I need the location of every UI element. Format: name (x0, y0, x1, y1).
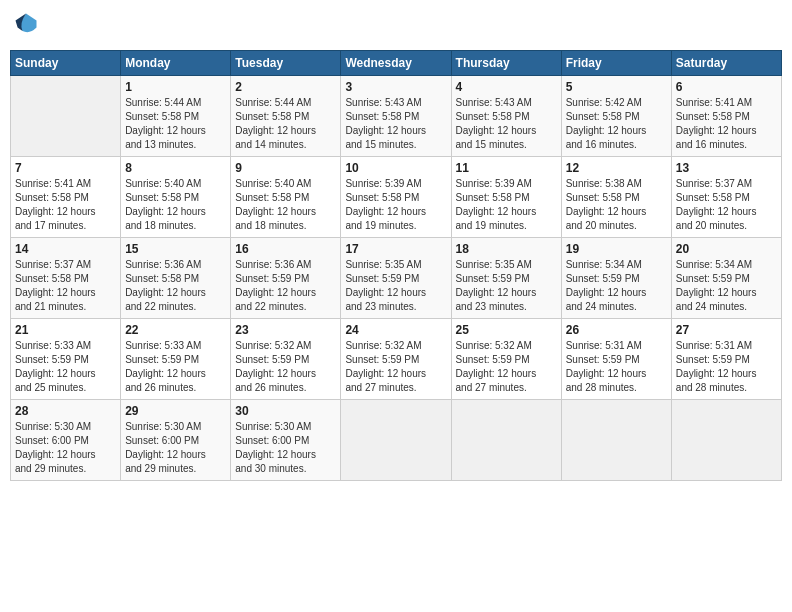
day-number: 14 (15, 242, 116, 256)
calendar-week-row: 28Sunrise: 5:30 AM Sunset: 6:00 PM Dayli… (11, 400, 782, 481)
day-info: Sunrise: 5:30 AM Sunset: 6:00 PM Dayligh… (15, 420, 116, 476)
calendar-cell: 25Sunrise: 5:32 AM Sunset: 5:59 PM Dayli… (451, 319, 561, 400)
calendar-cell: 7Sunrise: 5:41 AM Sunset: 5:58 PM Daylig… (11, 157, 121, 238)
day-info: Sunrise: 5:34 AM Sunset: 5:59 PM Dayligh… (566, 258, 667, 314)
weekday-header: Saturday (671, 51, 781, 76)
calendar-week-row: 21Sunrise: 5:33 AM Sunset: 5:59 PM Dayli… (11, 319, 782, 400)
day-number: 26 (566, 323, 667, 337)
calendar-cell: 5Sunrise: 5:42 AM Sunset: 5:58 PM Daylig… (561, 76, 671, 157)
day-info: Sunrise: 5:35 AM Sunset: 5:59 PM Dayligh… (345, 258, 446, 314)
day-number: 30 (235, 404, 336, 418)
calendar-cell: 18Sunrise: 5:35 AM Sunset: 5:59 PM Dayli… (451, 238, 561, 319)
day-info: Sunrise: 5:31 AM Sunset: 5:59 PM Dayligh… (676, 339, 777, 395)
day-info: Sunrise: 5:39 AM Sunset: 5:58 PM Dayligh… (456, 177, 557, 233)
day-info: Sunrise: 5:43 AM Sunset: 5:58 PM Dayligh… (345, 96, 446, 152)
weekday-header-row: SundayMondayTuesdayWednesdayThursdayFrid… (11, 51, 782, 76)
calendar-cell (561, 400, 671, 481)
day-info: Sunrise: 5:30 AM Sunset: 6:00 PM Dayligh… (235, 420, 336, 476)
day-info: Sunrise: 5:40 AM Sunset: 5:58 PM Dayligh… (235, 177, 336, 233)
day-number: 23 (235, 323, 336, 337)
day-number: 11 (456, 161, 557, 175)
day-info: Sunrise: 5:44 AM Sunset: 5:58 PM Dayligh… (125, 96, 226, 152)
day-number: 17 (345, 242, 446, 256)
day-number: 16 (235, 242, 336, 256)
calendar-cell: 29Sunrise: 5:30 AM Sunset: 6:00 PM Dayli… (121, 400, 231, 481)
page-header (10, 10, 782, 42)
calendar-cell: 28Sunrise: 5:30 AM Sunset: 6:00 PM Dayli… (11, 400, 121, 481)
day-number: 19 (566, 242, 667, 256)
calendar-cell: 21Sunrise: 5:33 AM Sunset: 5:59 PM Dayli… (11, 319, 121, 400)
day-number: 13 (676, 161, 777, 175)
calendar-cell: 23Sunrise: 5:32 AM Sunset: 5:59 PM Dayli… (231, 319, 341, 400)
day-number: 18 (456, 242, 557, 256)
calendar-cell: 22Sunrise: 5:33 AM Sunset: 5:59 PM Dayli… (121, 319, 231, 400)
day-number: 10 (345, 161, 446, 175)
day-number: 3 (345, 80, 446, 94)
day-info: Sunrise: 5:36 AM Sunset: 5:58 PM Dayligh… (125, 258, 226, 314)
calendar-cell: 6Sunrise: 5:41 AM Sunset: 5:58 PM Daylig… (671, 76, 781, 157)
day-number: 29 (125, 404, 226, 418)
calendar-cell: 13Sunrise: 5:37 AM Sunset: 5:58 PM Dayli… (671, 157, 781, 238)
day-number: 4 (456, 80, 557, 94)
calendar-cell: 26Sunrise: 5:31 AM Sunset: 5:59 PM Dayli… (561, 319, 671, 400)
day-info: Sunrise: 5:32 AM Sunset: 5:59 PM Dayligh… (235, 339, 336, 395)
logo (10, 10, 40, 42)
calendar-cell: 4Sunrise: 5:43 AM Sunset: 5:58 PM Daylig… (451, 76, 561, 157)
weekday-header: Friday (561, 51, 671, 76)
day-info: Sunrise: 5:33 AM Sunset: 5:59 PM Dayligh… (125, 339, 226, 395)
day-number: 1 (125, 80, 226, 94)
calendar-cell: 20Sunrise: 5:34 AM Sunset: 5:59 PM Dayli… (671, 238, 781, 319)
day-number: 7 (15, 161, 116, 175)
logo-icon (12, 10, 40, 38)
calendar-cell: 8Sunrise: 5:40 AM Sunset: 5:58 PM Daylig… (121, 157, 231, 238)
calendar-table: SundayMondayTuesdayWednesdayThursdayFrid… (10, 50, 782, 481)
day-number: 5 (566, 80, 667, 94)
day-info: Sunrise: 5:32 AM Sunset: 5:59 PM Dayligh… (345, 339, 446, 395)
day-number: 21 (15, 323, 116, 337)
day-number: 15 (125, 242, 226, 256)
weekday-header: Sunday (11, 51, 121, 76)
day-info: Sunrise: 5:32 AM Sunset: 5:59 PM Dayligh… (456, 339, 557, 395)
calendar-week-row: 7Sunrise: 5:41 AM Sunset: 5:58 PM Daylig… (11, 157, 782, 238)
calendar-cell: 19Sunrise: 5:34 AM Sunset: 5:59 PM Dayli… (561, 238, 671, 319)
calendar-cell: 2Sunrise: 5:44 AM Sunset: 5:58 PM Daylig… (231, 76, 341, 157)
calendar-cell: 10Sunrise: 5:39 AM Sunset: 5:58 PM Dayli… (341, 157, 451, 238)
calendar-cell: 16Sunrise: 5:36 AM Sunset: 5:59 PM Dayli… (231, 238, 341, 319)
calendar-week-row: 14Sunrise: 5:37 AM Sunset: 5:58 PM Dayli… (11, 238, 782, 319)
day-info: Sunrise: 5:40 AM Sunset: 5:58 PM Dayligh… (125, 177, 226, 233)
day-info: Sunrise: 5:41 AM Sunset: 5:58 PM Dayligh… (15, 177, 116, 233)
day-number: 28 (15, 404, 116, 418)
calendar-cell: 17Sunrise: 5:35 AM Sunset: 5:59 PM Dayli… (341, 238, 451, 319)
weekday-header: Monday (121, 51, 231, 76)
weekday-header: Wednesday (341, 51, 451, 76)
day-number: 2 (235, 80, 336, 94)
calendar-cell: 14Sunrise: 5:37 AM Sunset: 5:58 PM Dayli… (11, 238, 121, 319)
calendar-cell: 15Sunrise: 5:36 AM Sunset: 5:58 PM Dayli… (121, 238, 231, 319)
day-info: Sunrise: 5:42 AM Sunset: 5:58 PM Dayligh… (566, 96, 667, 152)
day-info: Sunrise: 5:37 AM Sunset: 5:58 PM Dayligh… (15, 258, 116, 314)
day-info: Sunrise: 5:30 AM Sunset: 6:00 PM Dayligh… (125, 420, 226, 476)
day-number: 6 (676, 80, 777, 94)
calendar-cell (341, 400, 451, 481)
calendar-cell: 1Sunrise: 5:44 AM Sunset: 5:58 PM Daylig… (121, 76, 231, 157)
calendar-cell (671, 400, 781, 481)
day-number: 24 (345, 323, 446, 337)
day-info: Sunrise: 5:35 AM Sunset: 5:59 PM Dayligh… (456, 258, 557, 314)
day-info: Sunrise: 5:33 AM Sunset: 5:59 PM Dayligh… (15, 339, 116, 395)
day-info: Sunrise: 5:36 AM Sunset: 5:59 PM Dayligh… (235, 258, 336, 314)
calendar-cell (451, 400, 561, 481)
day-info: Sunrise: 5:34 AM Sunset: 5:59 PM Dayligh… (676, 258, 777, 314)
day-number: 12 (566, 161, 667, 175)
day-number: 25 (456, 323, 557, 337)
calendar-week-row: 1Sunrise: 5:44 AM Sunset: 5:58 PM Daylig… (11, 76, 782, 157)
calendar-cell: 3Sunrise: 5:43 AM Sunset: 5:58 PM Daylig… (341, 76, 451, 157)
calendar-cell: 30Sunrise: 5:30 AM Sunset: 6:00 PM Dayli… (231, 400, 341, 481)
day-info: Sunrise: 5:38 AM Sunset: 5:58 PM Dayligh… (566, 177, 667, 233)
day-number: 27 (676, 323, 777, 337)
day-info: Sunrise: 5:43 AM Sunset: 5:58 PM Dayligh… (456, 96, 557, 152)
calendar-cell: 27Sunrise: 5:31 AM Sunset: 5:59 PM Dayli… (671, 319, 781, 400)
day-info: Sunrise: 5:41 AM Sunset: 5:58 PM Dayligh… (676, 96, 777, 152)
day-info: Sunrise: 5:39 AM Sunset: 5:58 PM Dayligh… (345, 177, 446, 233)
calendar-cell: 9Sunrise: 5:40 AM Sunset: 5:58 PM Daylig… (231, 157, 341, 238)
day-number: 8 (125, 161, 226, 175)
